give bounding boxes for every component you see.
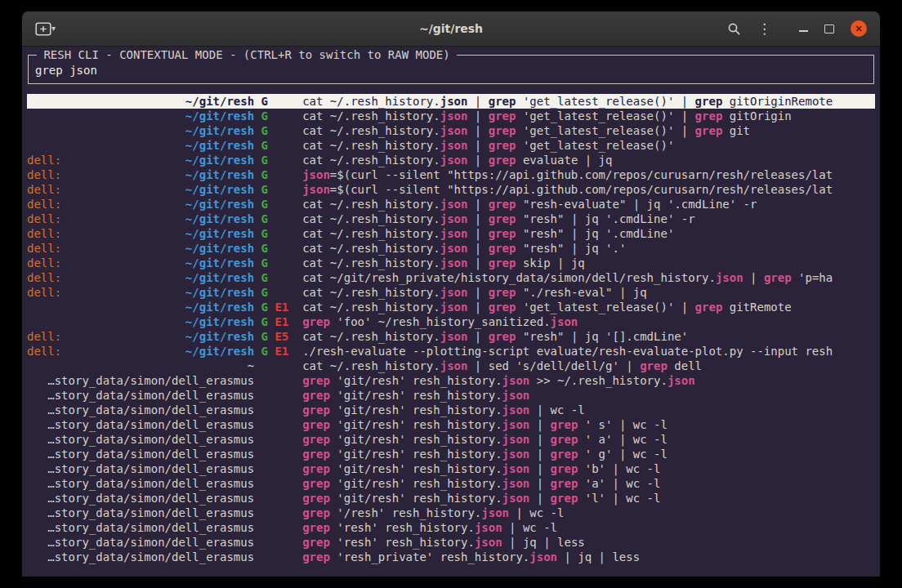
- command-text: cat ~/.resh_history.json | grep "resh-ev…: [302, 197, 757, 212]
- kebab-menu-icon: ⋮: [757, 22, 771, 36]
- command-text: cat ~/.resh_history.json | grep "resh" |…: [302, 329, 688, 344]
- history-row[interactable]: …story_data/simon/dell_erasmusgrep '/res…: [27, 506, 875, 520]
- history-row[interactable]: dell:~/git/reshGcat ~/git/resh_private/h…: [27, 270, 875, 285]
- command-segment: |: [467, 109, 488, 122]
- history-row[interactable]: …story_data/simon/dell_erasmusgrep 'git/…: [27, 403, 875, 417]
- directory-label: ~/git/resh: [27, 153, 254, 167]
- directory-label: ~/git/resh: [27, 300, 254, 314]
- history-row[interactable]: dell:~/git/reshGcat ~/.resh_history.json…: [27, 241, 875, 256]
- command-segment: 'resh' resh_history.: [330, 536, 475, 549]
- restore-icon: [824, 24, 834, 33]
- history-row[interactable]: ~/git/reshGE1grep 'foo' ~/resh_history_s…: [27, 314, 875, 329]
- terminal-window: ▾ ~/git/resh ⋮ ✕: [22, 11, 880, 577]
- git-flag: G: [261, 212, 268, 226]
- new-tab-button[interactable]: ▾: [35, 22, 56, 36]
- history-row[interactable]: dell:~/git/reshGcat ~/.resh_history.json…: [27, 212, 875, 226]
- history-row[interactable]: dell:~/git/reshGcat ~/.resh_history.json…: [27, 256, 875, 270]
- match-highlight: json: [502, 389, 530, 402]
- command-segment: |: [529, 477, 550, 490]
- menu-button[interactable]: ⋮: [757, 22, 771, 36]
- history-row[interactable]: ~/git/reshGcat ~/.resh_history.json | gr…: [27, 123, 875, 138]
- command-text: ./resh-evaluate --plotting-script evalua…: [302, 344, 833, 359]
- git-flag: G: [261, 138, 268, 153]
- minimize-button[interactable]: [799, 26, 808, 32]
- match-highlight: json: [440, 109, 468, 122]
- match-highlight: json: [440, 124, 468, 137]
- history-row[interactable]: dell:~/git/reshGE5cat ~/.resh_history.js…: [27, 329, 875, 344]
- command-text: grep 'git/resh' resh_history.json | grep…: [302, 476, 660, 491]
- history-row[interactable]: …story_data/simon/dell_erasmusgrep 'git/…: [27, 491, 875, 506]
- directory-label: ~: [27, 359, 254, 373]
- match-highlight: grep: [489, 154, 516, 167]
- history-row[interactable]: …story_data/simon/dell_erasmusgrep 'git/…: [27, 388, 875, 403]
- history-row[interactable]: …story_data/simon/dell_erasmusgrep 'git/…: [27, 461, 875, 476]
- history-row[interactable]: dell:~/git/reshGcat ~/.resh_history.json…: [27, 226, 875, 241]
- directory-label: …story_data/simon/dell_erasmus: [27, 403, 254, 417]
- restore-button[interactable]: [824, 24, 834, 33]
- history-row[interactable]: ~/git/reshGcat ~/.resh_history.json | gr…: [27, 138, 875, 153]
- exit-status-flag: E1: [275, 300, 288, 314]
- command-segment: '/resh' resh_history.: [330, 506, 481, 519]
- command-segment: 'git/resh' resh_history.: [330, 433, 502, 446]
- search-button[interactable]: [727, 22, 741, 36]
- command-segment: |: [743, 271, 764, 284]
- history-row[interactable]: ~cat ~/.resh_history.json | sed 's/dell/…: [27, 359, 875, 373]
- git-flag: G: [261, 109, 268, 123]
- search-query-input[interactable]: grep json: [35, 63, 867, 78]
- history-row[interactable]: dell:~/git/reshGjson=$(curl --silent "ht…: [27, 167, 875, 182]
- match-highlight: grep: [302, 448, 330, 461]
- match-highlight: grep: [489, 301, 516, 314]
- command-segment: cat ~/.resh_history.: [302, 227, 440, 240]
- match-highlight: json: [302, 168, 330, 181]
- history-row[interactable]: ~/git/reshGE1cat ~/.resh_history.json | …: [27, 300, 875, 314]
- command-text: grep 'resh_private' resh_history.json | …: [302, 550, 640, 564]
- command-segment: 'git/resh' resh_history.: [330, 389, 502, 402]
- history-row[interactable]: …story_data/simon/dell_erasmusgrep 'resh…: [27, 535, 875, 550]
- history-row[interactable]: …story_data/simon/dell_erasmusgrep 'git/…: [27, 373, 875, 388]
- command-segment: 'git/resh' resh_history.: [330, 403, 502, 416]
- match-highlight: grep: [695, 301, 723, 314]
- git-flag: G: [261, 182, 268, 197]
- git-flag: G: [261, 167, 268, 182]
- history-row[interactable]: ~/git/reshGcat ~/.resh_history.json | gr…: [27, 109, 875, 123]
- match-highlight: json: [668, 374, 695, 387]
- history-row[interactable]: ~/git/reshGcat ~/.resh_history.json | gr…: [27, 94, 875, 109]
- history-row[interactable]: dell:~/git/reshGjson=$(curl --silent "ht…: [27, 182, 875, 197]
- command-segment: 'git/resh' resh_history.: [330, 418, 502, 431]
- command-segment: | wc -l: [529, 403, 584, 416]
- match-highlight: grep: [302, 433, 330, 446]
- history-row[interactable]: …story_data/simon/dell_erasmusgrep 'resh…: [27, 550, 875, 564]
- command-segment: "resh" | jq '.cmdLine' -r: [516, 212, 694, 225]
- history-row[interactable]: dell:~/git/reshGcat ~/.resh_history.json…: [27, 197, 875, 212]
- command-segment: |: [467, 330, 488, 343]
- command-text: grep 'resh' resh_history.json | wc -l: [302, 520, 557, 535]
- history-row[interactable]: …story_data/simon/dell_erasmusgrep 'git/…: [27, 476, 875, 491]
- command-text: json=$(curl --silent "https://api.github…: [302, 182, 833, 197]
- directory-label: ~/git/resh: [27, 241, 254, 256]
- history-row[interactable]: dell:~/git/reshGcat ~/.resh_history.json…: [27, 153, 875, 167]
- command-segment: "resh" | jq '.': [516, 242, 626, 255]
- match-highlight: grep: [489, 139, 516, 152]
- command-segment: =$(curl --silent "https://api.github.com…: [330, 168, 833, 181]
- terminal-icon: [35, 22, 51, 36]
- history-row[interactable]: …story_data/simon/dell_erasmusgrep 'resh…: [27, 520, 875, 535]
- history-row[interactable]: …story_data/simon/dell_erasmusgrep 'git/…: [27, 417, 875, 432]
- history-row[interactable]: dell:~/git/reshGE1./resh-evaluate --plot…: [27, 344, 875, 359]
- git-flag: G: [261, 256, 268, 270]
- command-segment: | jq | less: [502, 536, 585, 549]
- close-button[interactable]: ✕: [851, 20, 867, 37]
- history-row[interactable]: …story_data/simon/dell_erasmusgrep 'git/…: [27, 447, 875, 461]
- directory-label: ~/git/resh: [27, 182, 254, 197]
- history-row[interactable]: …story_data/simon/dell_erasmusgrep 'git/…: [27, 432, 875, 447]
- command-segment: cat ~/.resh_history.: [302, 359, 440, 372]
- command-segment: |: [529, 418, 550, 431]
- match-highlight: grep: [489, 256, 516, 270]
- directory-label: ~/git/resh: [27, 109, 254, 123]
- command-segment: 'get_latest_release()' |: [516, 124, 694, 137]
- match-highlight: grep: [302, 462, 330, 475]
- command-segment: skip | jq: [516, 256, 584, 270]
- command-segment: cat ~/.resh_history.: [302, 256, 440, 270]
- command-segment: |: [467, 154, 488, 167]
- history-row[interactable]: dell:~/git/reshGcat ~/.resh_history.json…: [27, 285, 875, 300]
- command-segment: |: [467, 139, 488, 152]
